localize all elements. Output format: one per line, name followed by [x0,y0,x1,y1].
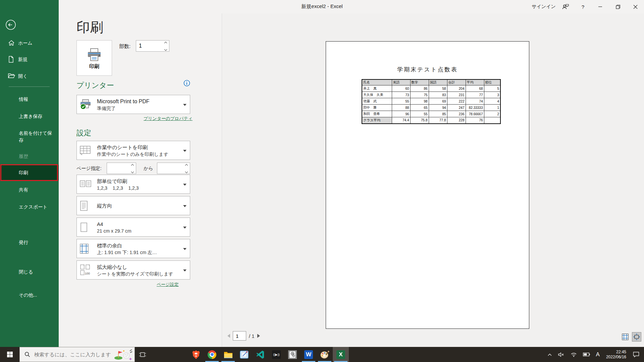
page-setup-link[interactable]: ページ設定 [157,282,179,288]
page-range-to-stepper[interactable] [157,163,190,174]
sidebar-item-close[interactable]: 閉じる [0,265,59,279]
sidebar-item-save[interactable]: 上書き保存 [0,110,59,123]
start-button[interactable] [0,347,19,362]
taskbar-app-file-explorer[interactable] [220,347,236,362]
table-cell: 74.4 [392,117,410,124]
sign-in-button[interactable]: サインイン [531,0,557,13]
copies-input[interactable] [139,41,163,51]
chevron-down-icon [183,269,186,272]
collation-dropdown[interactable]: 部単位で印刷 1,2,3 1,2,3 1,2,3 [76,175,190,194]
spin-up-icon[interactable] [131,164,134,166]
chevron-down-icon [183,150,186,152]
table-header-cell: 氏名 [362,79,392,85]
orientation-dropdown[interactable]: 縦方向 [76,196,190,215]
margins-icon [79,243,89,254]
sidebar-item-new[interactable]: 新規 [0,53,59,66]
printer-properties-link[interactable]: プリンターのプロパティ [144,116,193,122]
battery-button[interactable] [583,353,590,356]
printer-select-dropdown[interactable]: Microsoft Print to PDF 準備完了 [76,95,190,114]
sidebar-item-share[interactable]: 共有 [0,183,59,196]
taskbar-app-utility[interactable] [284,347,301,362]
page-range-from-input[interactable] [110,163,130,174]
action-center-button[interactable] [633,352,639,357]
taskbar-app-chrome[interactable] [204,347,220,362]
sidebar-item-publish[interactable]: 発行 [0,236,59,249]
spin-down-icon[interactable] [164,49,167,51]
print-what-dropdown[interactable]: 作業中のシートを印刷 作業中のシートのみを印刷します [76,141,190,160]
table-header-cell: 平均 [466,79,484,85]
page-range-to-input[interactable] [160,163,184,174]
table-row: 大久保 久美737583231773 [362,92,500,98]
spin-up-icon[interactable] [185,164,188,166]
sidebar-item-more[interactable]: その他... [0,288,59,302]
battery-icon [583,353,590,356]
info-icon[interactable] [183,80,190,86]
brave-icon [192,350,200,359]
back-button[interactable] [5,19,16,30]
spin-down-icon[interactable] [131,171,134,173]
vscode-icon [256,350,265,359]
show-hidden-icons-button[interactable] [547,353,552,356]
sidebar-item-print[interactable]: 印刷 [0,165,59,180]
table-cell: 83 [429,92,447,98]
table-row: 佐藤 武559869222744 [362,98,500,105]
print-button[interactable]: 印刷 [76,40,112,76]
table-row: 和田 亜希96558523678.666672 [362,111,500,117]
taskbar-app-stylus[interactable] [236,347,252,362]
windows-taskbar: ((▶)) W X A 22:45 2022/06/16 [0,347,644,362]
open-folder-icon [8,73,15,79]
table-cell: 96 [392,111,410,117]
new-document-icon [8,56,14,63]
sidebar-item-info[interactable]: 情報 [0,93,59,106]
chevron-down-icon [183,104,186,106]
margins-dropdown[interactable]: 標準の余白 上: 1.91 cm 下: 1.91 cm 左… [76,239,190,258]
clock-time: 22:45 [606,350,626,355]
taskbar-app-brave[interactable] [188,347,204,362]
taskbar-app-paint[interactable] [317,347,333,362]
help-button[interactable]: ? [574,0,592,13]
table-header-cell: 国語 [429,79,447,85]
sidebar-item-home[interactable]: ホーム [0,36,59,50]
chevron-down-icon [183,227,186,229]
taskbar-app-vscode[interactable] [252,347,268,362]
printer-name: Microsoft Print to PDF [97,98,180,105]
current-page-input[interactable] [233,331,246,340]
spin-down-icon[interactable] [185,171,188,173]
next-page-icon[interactable] [257,334,260,338]
scaling-dropdown[interactable]: 100 拡大縮小なし シートを実際のサイズで印刷します [76,260,190,280]
table-cell: 75 [410,92,429,98]
taskbar-clock[interactable]: 22:45 2022/06/16 [606,350,626,360]
sidebar-divider [9,86,50,87]
table-cell: 76 [466,117,484,124]
show-margins-button[interactable] [621,332,630,342]
table-cell: 和田 亜希 [362,111,392,117]
sidebar-item-export[interactable]: エクスポート [0,200,59,214]
taskbar-app-recorder[interactable]: ((▶)) [268,347,284,362]
copies-stepper[interactable] [136,40,169,52]
restore-button[interactable] [609,0,627,13]
taskbar-app-word[interactable]: W [301,347,317,362]
close-button[interactable] [627,0,644,13]
table-cell: 5 [484,85,500,92]
sidebar-item-open[interactable]: 開く [0,69,59,83]
taskbar-app-excel[interactable]: X [333,347,349,362]
previous-page-icon[interactable] [227,334,230,338]
page-range-from-stepper[interactable] [107,163,136,174]
account-person-icon[interactable] [557,0,574,13]
ime-indicator[interactable]: A [596,351,600,358]
current-page-box[interactable] [233,331,246,341]
minimize-button[interactable] [592,0,609,13]
search-input[interactable] [34,352,111,357]
sidebar-item-save-as[interactable]: 名前を付けて保存 [0,127,59,147]
volume-muted-button[interactable] [558,352,565,357]
spin-up-icon[interactable] [164,42,167,44]
task-view-button[interactable] [135,347,150,362]
search-highlight-doodle-icon[interactable] [114,349,132,360]
excel-icon: X [336,350,345,359]
paper-size-dropdown[interactable]: A4 21 cm x 29.7 cm [76,218,190,237]
wifi-button[interactable] [571,352,577,357]
print-settings-panel: 印刷 印刷 部数: プリンター Microsoft Print to PDF 準… [59,13,222,347]
zoom-to-page-button[interactable] [632,332,641,342]
taskbar-search[interactable] [19,347,135,362]
chevron-down-icon [183,248,186,250]
